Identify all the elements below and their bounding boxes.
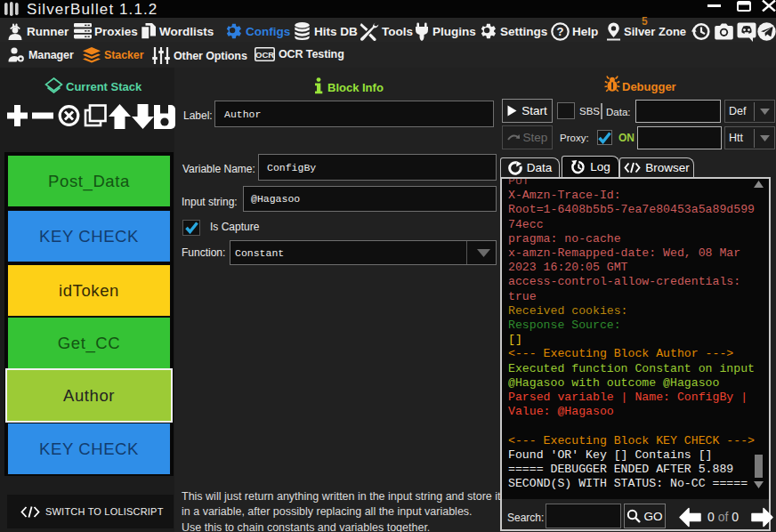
svg-text:?: ? xyxy=(557,25,564,38)
svg-text:OCR: OCR xyxy=(255,50,274,60)
